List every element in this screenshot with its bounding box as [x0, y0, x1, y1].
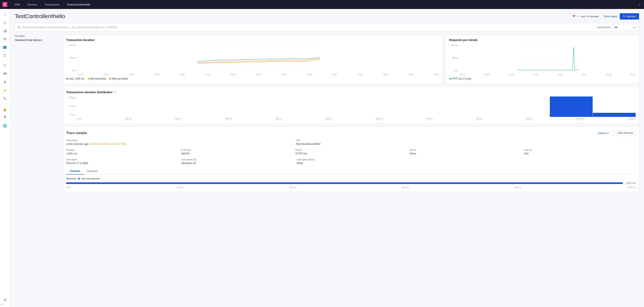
- errors-value: None: [410, 152, 416, 155]
- trace-duration: Duration 1,001 ms: [66, 149, 178, 155]
- requests-per-minute-card: Requests per minute 180 rpm 90 rpm 0 rpm: [446, 35, 639, 84]
- filters-title: Filters: [15, 35, 60, 37]
- search-input[interactable]: [22, 26, 595, 29]
- dist-bar-12: [593, 113, 636, 117]
- trace-sample-header: Trace sample Actions ▾ View full trace: [66, 130, 636, 136]
- rpm-legend-http2xx: HTTP 2xx 1.8 rpm: [449, 77, 472, 80]
- calendar-icon: 📅: [572, 15, 576, 18]
- services-row: Services my-cool-service: [66, 177, 636, 180]
- dist-chart-area: 28 req. 14 req. 0 req.: [66, 97, 636, 120]
- sidebar-icon-pin[interactable]: 📍: [1, 114, 8, 121]
- nav-sep-3: /: [63, 3, 64, 6]
- show-dates-button[interactable]: Show dates: [604, 15, 618, 18]
- sidebar-icon-settings[interactable]: ⚙: [1, 296, 8, 303]
- sidebar-icon-monitor[interactable]: 🖥: [1, 79, 8, 86]
- sidebar-icon-map[interactable]: 🗺: [1, 70, 8, 78]
- ua-os-label: User agent OS: [182, 158, 293, 161]
- dist-bars: [77, 97, 636, 117]
- td-chart-svg: [78, 44, 439, 73]
- duration-value: 1,001 ms: [66, 152, 77, 155]
- service-name: my-cool-service: [81, 177, 100, 180]
- sidebar-icon-grid[interactable]: ⊞: [1, 35, 8, 43]
- nav-sep-2: /: [40, 3, 42, 6]
- nav-services[interactable]: Services: [26, 3, 39, 6]
- search-icon: 🔍: [17, 26, 20, 29]
- sidebar-icon-shield[interactable]: 🛡: [1, 62, 8, 70]
- trace-url: URL http://localhost:8080/: [296, 139, 636, 145]
- tab-metadata[interactable]: Metadata: [84, 168, 101, 175]
- refresh-button[interactable]: ↻ Refresh: [620, 13, 639, 20]
- p95-dot: [88, 78, 89, 80]
- td-legend: Avg: 1,006 ms 95th percentile 99th perce…: [66, 77, 439, 80]
- trace-user-agent-os: User agent OS Windows 10: [182, 158, 293, 165]
- search-bar: 🔍 environment All production staging ▾: [15, 23, 639, 32]
- actions-chevron-icon: ▾: [607, 132, 609, 135]
- sidebar-icon-layers[interactable]: ◫: [1, 51, 8, 59]
- refresh-icon: ↻: [623, 15, 625, 18]
- sidebar-icon-home[interactable]: ⌂: [1, 11, 8, 18]
- timeline-duration: 1,001 ms: [624, 182, 636, 185]
- top-nav: K APM / Services / Transactions / TestCo…: [0, 0, 644, 9]
- sidebar-icon-lock[interactable]: 🔒: [1, 106, 8, 113]
- charts-area: Transaction duration 1,100 ms 550 ms 0 m…: [63, 35, 639, 192]
- nav-sep-1: /: [23, 3, 24, 6]
- distribution-card: Transactions duration distribution ⓘ 28 …: [63, 87, 639, 123]
- td-legend-95th-label: 95th percentile: [90, 77, 106, 80]
- sidebar-collapse[interactable]: ▶: [1, 303, 8, 305]
- transaction-duration-title: Transaction duration: [66, 38, 439, 42]
- timestamp-label: Timestamp: [66, 139, 293, 142]
- rpm-legend-label: HTTP 2xx 1.8 rpm: [452, 77, 472, 80]
- sidebar-icon-globe[interactable]: 🌐: [1, 122, 8, 129]
- chevron-down-icon: ▾: [577, 15, 578, 18]
- rpm-y-axis: 180 rpm 90 rpm 0 rpm: [449, 44, 458, 76]
- td-legend-avg-label: Avg: 1,006 ms: [69, 77, 84, 80]
- nav-current[interactable]: TestController#hello: [65, 3, 92, 6]
- nav-right-icons: ⤢: [637, 2, 642, 7]
- trace-actions: Actions ▾ View full trace: [598, 130, 636, 136]
- dist-header: Transactions duration distribution ⓘ: [66, 90, 636, 94]
- tab-timeline[interactable]: Timeline: [66, 168, 84, 175]
- td-chart-area: 07:1707:1807:19 07:2007:2107:22 07:2307:…: [78, 44, 439, 76]
- trace-user-id: User ID N/A: [524, 149, 636, 155]
- timeline-x-axis: 0 ms 200 ms 400 ms 600 ms 800 ms 1,001 m…: [66, 186, 636, 188]
- td-legend-95th: 95th percentile: [88, 77, 106, 80]
- dist-info-icon[interactable]: ⓘ: [114, 90, 116, 94]
- trace-user-agent: User agent Chrome 77.0.3865: [66, 158, 178, 165]
- page-title: TestController#hello: [15, 13, 65, 20]
- env-filter: environment All production staging ▾: [597, 24, 636, 30]
- trace-timestamp: Timestamp a few seconds ago (October 5th…: [66, 139, 293, 145]
- env-label: environment: [597, 26, 610, 29]
- errors-label: Errors: [410, 149, 521, 151]
- expand-icon[interactable]: ⤢: [637, 2, 642, 7]
- result-label: Result: [296, 149, 407, 151]
- time-filter[interactable]: 📅 ▾ Last 15 minutes: [570, 14, 601, 19]
- trace-meta-row1: Timestamp a few seconds ago (October 5th…: [66, 139, 636, 145]
- td-legend-99th-label: 99th percentile: [112, 77, 128, 80]
- rpm-chart: 180 rpm 90 rpm 0 rpm: [449, 44, 636, 76]
- ua-device-value: Other: [296, 162, 303, 165]
- sidebar-icon-people[interactable]: 👥: [1, 43, 8, 51]
- time-filter-label: Last 15 minutes: [580, 15, 599, 18]
- ua-os-value: Windows 10: [182, 162, 196, 165]
- duration-label: Duration: [66, 149, 178, 151]
- view-full-trace-button[interactable]: View full trace: [611, 130, 636, 136]
- dist-bars-container: 0 ms 100 ms 200 ms 300 ms 400 ms 500 ms …: [77, 97, 636, 120]
- actions-button[interactable]: Actions ▾: [598, 132, 609, 135]
- rpm-x-labels: 07:1707:1907:21 07:2307:2507:27 07:2907:…: [460, 74, 636, 76]
- dist-y-mid: 14 req.: [69, 105, 76, 107]
- sidebar-icon-alert[interactable]: ⚡: [1, 87, 8, 94]
- nav-apm[interactable]: APM: [12, 3, 22, 6]
- main-content: TestController#hello 📅 ▾ Last 15 minutes…: [10, 9, 644, 307]
- userid-value: N/A: [524, 152, 529, 155]
- sidebar-icon-recent[interactable]: ◷: [1, 19, 8, 26]
- env-select[interactable]: All production staging: [612, 24, 636, 30]
- nav-transactions[interactable]: Transactions: [43, 3, 61, 6]
- sidebar-icon-chart[interactable]: 📊: [1, 27, 8, 34]
- p99-dot: [109, 78, 111, 80]
- service-dot-icon: [78, 178, 80, 179]
- td-legend-99th: 99th percentile: [109, 77, 128, 80]
- app-logo: K: [2, 2, 7, 7]
- sidebar-icon-tools[interactable]: 🔧: [1, 95, 8, 102]
- td-y-label-bot: 0 ms: [72, 69, 76, 72]
- pct-label: % of trace: [181, 149, 292, 151]
